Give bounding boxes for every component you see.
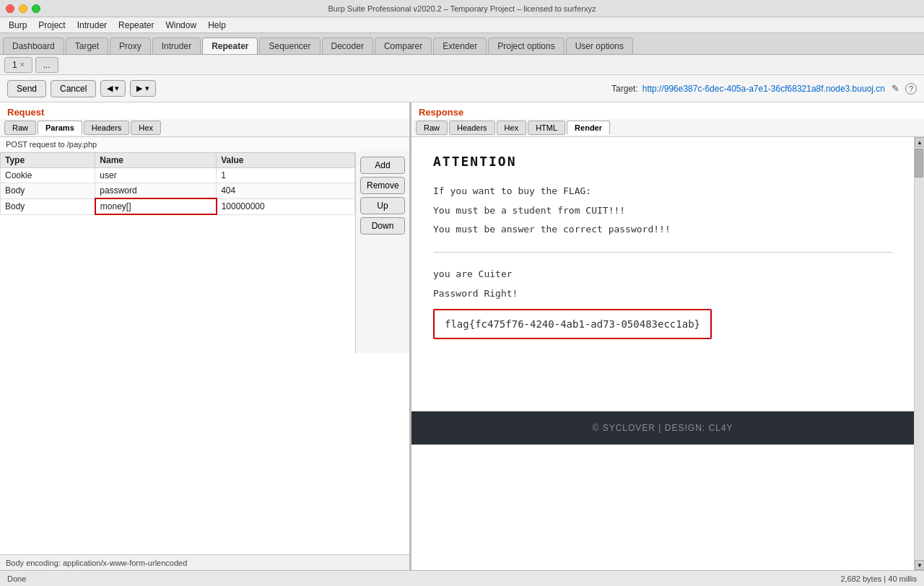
row2-value: 404 [217,183,355,199]
tab-sequencer[interactable]: Sequencer [259,38,320,54]
tab-intruder[interactable]: Intruder [152,38,201,54]
action-buttons: Add Remove Up Down [355,152,409,354]
repeater-tabs: 1 × ... [0,55,924,75]
response-line3: You must be answer the correct password!… [433,222,892,237]
tab-proxy[interactable]: Proxy [110,38,151,54]
response-line1: If you want to buy the FLAG: [433,184,892,199]
forward-button[interactable]: ▶ ▾ [130,80,155,97]
table-row[interactable]: Cookie user 1 [1,168,355,183]
row2-name: password [95,183,217,199]
response-panel: Response Raw Headers Hex HTML Render ATT… [411,102,924,570]
back-button[interactable]: ◀ ▾ [100,80,126,97]
table-row[interactable]: Body password 404 [1,183,355,199]
row1-name: user [95,168,217,183]
scroll-up-arrow[interactable]: ▲ [915,137,924,147]
status-bar: Done 2,682 bytes | 40 millis [0,570,924,586]
menu-help[interactable]: Help [202,19,232,32]
request-tab-bar: Raw Params Headers Hex [0,119,409,137]
target-url-area: Target: http://996e387c-6dec-405a-a7e1-3… [611,83,917,95]
scrollbar[interactable]: ▲ ▼ [914,137,924,570]
col-value: Value [217,153,355,168]
traffic-lights [6,4,40,13]
response-tab-bar: Raw Headers Hex HTML Render [411,119,924,137]
tab-extender[interactable]: Extender [433,38,487,54]
status-right: 2,682 bytes | 40 millis [840,574,917,583]
menu-window[interactable]: Window [160,19,202,32]
table-row[interactable]: Body money[] 100000000 [1,198,355,214]
repeater-tab-1-label: 1 [12,60,17,70]
attention-heading: ATTENTION [433,152,892,172]
response-line2: You must be a student from CUIT!!! [433,204,892,219]
request-content: Type Name Value Cookie user 1 Body [0,152,409,354]
request-title: Request [0,102,409,119]
response-line4: you are Cuiter [433,267,892,282]
scroll-thumb[interactable] [915,149,923,178]
edit-target-icon[interactable]: ✎ [889,83,901,95]
title-bar: Burp Suite Professional v2020.2 – Tempor… [0,0,924,17]
repeater-tab-new[interactable]: ... [35,57,58,73]
request-panel: Request Raw Params Headers Hex POST requ… [0,102,411,570]
response-render-area[interactable]: ATTENTION If you want to buy the FLAG: Y… [411,137,914,570]
resp-tab-render[interactable]: Render [567,121,610,135]
menu-repeater[interactable]: Repeater [113,19,160,32]
encoding-text: Body encoding: application/x-www-form-ur… [6,559,187,567]
minimize-button[interactable] [19,4,27,13]
req-tab-hex[interactable]: Hex [131,121,161,135]
repeater-tab-1-close[interactable]: × [20,61,25,69]
response-footer: © SYCLOVER | DESIGN: CL4Y [411,411,914,445]
close-button[interactable] [6,4,14,13]
tab-repeater[interactable]: Repeater [202,38,258,54]
cancel-button[interactable]: Cancel [51,80,96,97]
menu-bar: Burp Project Intruder Repeater Window He… [0,17,924,33]
target-prefix: Target: [611,84,638,94]
toolbar: Send Cancel ◀ ▾ ▶ ▾ Target: http://996e3… [0,75,924,102]
col-type: Type [1,153,95,168]
row2-type: Body [1,183,95,199]
remove-button[interactable]: Remove [360,177,405,194]
status-left: Done [7,574,26,583]
req-tab-params[interactable]: Params [38,121,82,135]
col-name: Name [95,153,217,168]
row3-type: Body [1,198,95,214]
tab-project-options[interactable]: Project options [488,38,564,54]
resp-tab-hex[interactable]: Hex [497,121,527,135]
menu-burp[interactable]: Burp [3,19,32,32]
window-title: Burp Suite Professional v2020.2 – Tempor… [328,4,596,13]
req-tab-headers[interactable]: Headers [84,121,130,135]
encoding-bar: Body encoding: application/x-www-form-ur… [0,554,409,570]
up-button[interactable]: Up [360,197,405,214]
tab-user-options[interactable]: User options [566,38,633,54]
row1-value: 1 [217,168,355,183]
main-tab-bar: Dashboard Target Proxy Intruder Repeater… [0,33,924,55]
scroll-down-arrow[interactable]: ▼ [915,560,924,570]
resp-tab-html[interactable]: HTML [528,121,565,135]
req-tab-raw[interactable]: Raw [4,121,36,135]
send-button[interactable]: Send [7,80,46,97]
menu-intruder[interactable]: Intruder [71,19,113,32]
flag-value: flag{fc475f76-4240-4ab1-ad73-050483ecc1a… [433,309,712,339]
row1-type: Cookie [1,168,95,183]
maximize-button[interactable] [32,4,40,13]
main-area: Request Raw Params Headers Hex POST requ… [0,102,924,570]
response-line5: Password Right! [433,287,892,302]
repeater-tab-1[interactable]: 1 × [4,57,32,73]
response-title: Response [411,102,924,119]
resp-tab-raw[interactable]: Raw [416,121,448,135]
tab-target[interactable]: Target [66,38,108,54]
down-button[interactable]: Down [360,217,405,235]
target-url: http://996e387c-6dec-405a-a7e1-36cf68321… [642,84,885,94]
post-info: POST request to /pay.php [0,137,409,152]
params-table: Type Name Value Cookie user 1 Body [0,152,355,215]
html-render-content: ATTENTION If you want to buy the FLAG: Y… [411,137,914,354]
row3-name: money[] [95,198,217,214]
row3-value: 100000000 [217,198,355,214]
add-button[interactable]: Add [360,157,405,174]
menu-project[interactable]: Project [32,19,71,32]
tab-comparer[interactable]: Comparer [375,38,432,54]
params-table-area: Type Name Value Cookie user 1 Body [0,152,355,354]
help-icon[interactable]: ? [905,83,917,95]
resp-tab-headers[interactable]: Headers [449,121,495,135]
divider [433,252,892,253]
tab-dashboard[interactable]: Dashboard [3,38,64,54]
tab-decoder[interactable]: Decoder [322,38,373,54]
